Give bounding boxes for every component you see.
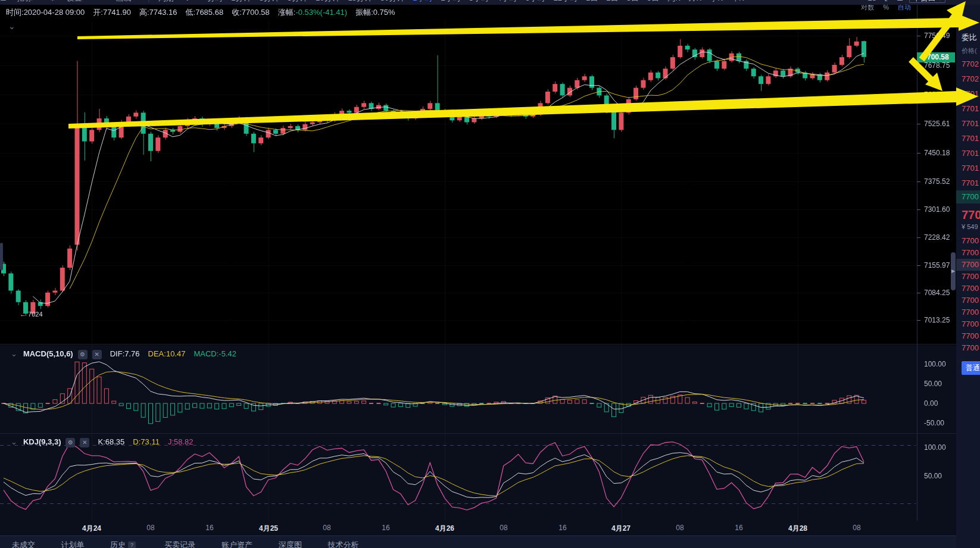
ask-price-row[interactable]: 7701 [956, 131, 980, 146]
bid-price-row[interactable]: 7700 [956, 247, 980, 259]
timeframe-3日[interactable]: 3日 [626, 0, 638, 2]
timeframe-1分钟[interactable]: 1分钟 [231, 0, 251, 2]
kdj-close-icon[interactable]: ✕ [80, 438, 89, 447]
price-axis-label: 7601.79 [924, 90, 950, 99]
timeframe-30分钟[interactable]: 30分钟 [380, 0, 404, 2]
kdj-collapse-icon[interactable]: ⌄ [11, 437, 17, 446]
bid-price-row[interactable]: 7700 [956, 306, 980, 318]
timeframe-3小时[interactable]: 3小时 [469, 0, 489, 2]
ask-price-row[interactable]: 7701 [956, 101, 980, 116]
toolbar-item-指标[interactable]: ⊞ 指标 [0, 0, 41, 2]
tab-账户资产[interactable]: 账户资产 [221, 540, 252, 548]
ask-price-row[interactable]: 7701 [956, 176, 980, 190]
price-axis-line [917, 5, 917, 521]
tab-深度图[interactable]: 深度图 [279, 540, 302, 548]
order-mode-button[interactable]: 普通 [962, 361, 980, 375]
tab-未成交[interactable]: 未成交 [12, 540, 35, 548]
history-filter-icon[interactable]: ? [128, 541, 136, 548]
price-tick [917, 181, 920, 182]
left-panel-handle[interactable] [0, 243, 3, 270]
price-tick [917, 95, 920, 95]
info-segment: 收:7700.58 [232, 8, 270, 17]
macd-settings-icon[interactable]: ⚙ [78, 350, 88, 359]
price-axis-label: 7525.61 [924, 120, 950, 128]
bid-price-row[interactable]: 7700 [956, 235, 980, 247]
time-axis-label: 4月27 [611, 524, 631, 534]
bid-price-row[interactable]: 7700 [956, 318, 980, 330]
price-axis-label: 7301.60 [924, 205, 950, 214]
timeframe-12小时[interactable]: 12小时 [554, 0, 578, 2]
macd-close-icon[interactable]: ✕ [92, 350, 102, 359]
toolbar-item-画线[interactable]: ✎ 画线 [99, 0, 140, 2]
time-axis-label: 16 [205, 524, 213, 532]
timeframe-1小时[interactable]: 1小时 [413, 0, 432, 2]
kdj-axis-label: 50.00 [924, 472, 942, 480]
ask-price-row[interactable]: 7701 [956, 146, 980, 161]
timeframe-月K[interactable]: 月K [689, 0, 702, 2]
info-segment: 振幅:0.75% [355, 8, 395, 17]
timeframe-5日[interactable]: 5日 [647, 0, 659, 2]
time-axis[interactable]: 4月2408164月2508164月2608164月2708164月2808 [0, 521, 980, 536]
timeframe-1日[interactable]: 1日 [586, 0, 598, 2]
timeframe-分时[interactable]: 分时 [207, 0, 223, 2]
price-axis-label: 7375.52 [924, 177, 950, 186]
price-axis-label: 7084.25 [924, 289, 950, 297]
bid-price-row[interactable]: 7700 [956, 259, 980, 271]
best-ask-row[interactable]: 7700 [956, 190, 980, 203]
time-axis-label: 4月28 [788, 524, 807, 534]
toolbar-right-group: 23 ⤢⊞单窗口 ▾ [867, 0, 954, 4]
kdj-settings-icon[interactable]: ⚙ [65, 438, 75, 447]
window-mode-button[interactable]: 单窗口 ▾ [909, 0, 945, 3]
kdj-header: ⌄KDJ(9,3,3)⚙✕K:68.35D:73.11J:58.82 [0, 437, 193, 447]
macd-axis-label: 0.00 [924, 399, 938, 408]
timeframe-周K[interactable]: 周K [667, 0, 681, 2]
timeframe-年K[interactable]: 年K [731, 0, 744, 2]
timeframe-季K[interactable]: 季K [710, 0, 723, 2]
bid-price-row[interactable]: 7700 [956, 342, 980, 354]
timeframe-3分钟[interactable]: 3分钟 [259, 0, 279, 2]
timeframe-2日[interactable]: 2日 [606, 0, 618, 2]
ask-price-row[interactable]: 7701 [956, 161, 980, 176]
order-book-panel: 净流入 委比 价格( 77027702770177017701770177017… [956, 0, 980, 548]
ask-price-row[interactable]: 7702 [956, 71, 980, 86]
toolbar-item-设置[interactable]: ⚙ 设置 [49, 0, 90, 2]
timeframe-10分钟[interactable]: 10分钟 [316, 0, 339, 2]
tab-历史[interactable]: 历史? [110, 540, 136, 548]
period-dropdown[interactable]: 周期 ⌄ [158, 0, 199, 2]
info-segment: 涨幅:-0.53%(-41.41) [278, 8, 347, 17]
add-pane-icon[interactable]: ⊞ [897, 0, 903, 2]
bid-price-row[interactable]: 7700 [956, 271, 980, 283]
timeframe-5分钟[interactable]: 5分钟 [288, 0, 307, 2]
timeframe-6小时[interactable]: 6小时 [525, 0, 545, 2]
candlestick-chart-canvas[interactable] [0, 0, 980, 548]
price-axis-label: 7678.75 [924, 61, 950, 70]
info-value: -0.53%(-41.41) [295, 8, 347, 17]
order-ratio-label: 委比 [956, 5, 980, 43]
tab-买卖记录[interactable]: 买卖记录 [164, 540, 195, 548]
bid-price-row[interactable]: 7700 [956, 295, 980, 306]
bid-price-row[interactable]: 7700 [956, 283, 980, 295]
timeframe-4小时[interactable]: 4小时 [497, 0, 517, 2]
bid-price-row[interactable]: 7700 [956, 330, 980, 342]
price-axis-label: 7013.25 [924, 316, 950, 324]
right-panel-collapse-handle[interactable]: ▶ [951, 252, 956, 290]
info-value: 2020-04-28 09:00 [24, 8, 85, 17]
time-axis-label: 08 [323, 524, 330, 532]
ask-price-row[interactable]: 7701 [956, 86, 980, 101]
price-tick [917, 293, 920, 293]
settings-icon: ⚙ [49, 0, 58, 2]
ask-price-row[interactable]: 7701 [956, 116, 980, 131]
ask-price-row[interactable]: 7702 [956, 57, 980, 71]
macd-collapse-icon[interactable]: ⌄ [11, 349, 17, 358]
fullscreen-icon[interactable]: ⤢ [885, 0, 891, 2]
collapse-chevron-icon[interactable]: ⌄ [8, 21, 15, 31]
timeframe-15分钟[interactable]: 15分钟 [348, 0, 372, 2]
bid-rows: 7700770077007700770077007700770077007700 [956, 235, 980, 354]
current-price-tag: 7700.58 [917, 52, 955, 62]
info-value: 7741.90 [103, 8, 131, 17]
tab-技术分析[interactable]: 技术分析 [328, 540, 359, 548]
time-axis-label: 08 [146, 524, 154, 532]
timeframe-2小时[interactable]: 2小时 [441, 0, 461, 2]
price-tick [917, 36, 920, 36]
tab-计划单[interactable]: 计划单 [61, 540, 85, 548]
